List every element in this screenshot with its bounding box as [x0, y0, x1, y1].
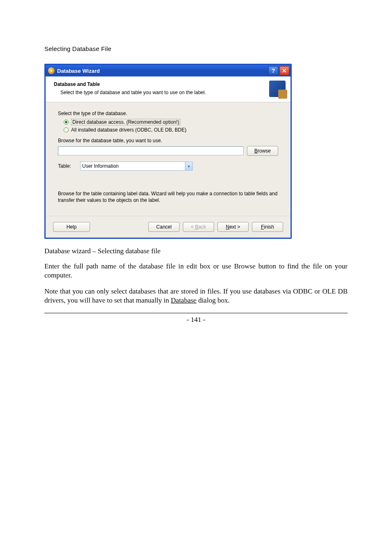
body-paragraph-2: Note that you can only select databases … [44, 287, 348, 305]
para2-post: dialog box. [196, 296, 230, 304]
titlebar-help-button[interactable]: ? [268, 66, 278, 75]
window-title: Database Wizard [57, 68, 268, 74]
radio-icon [64, 127, 69, 132]
page-footer: - 141 - [44, 313, 348, 324]
radio-icon [64, 120, 69, 125]
help-button-label: Help [67, 224, 77, 230]
radio-direct-access-label: Direct database access. (Recommended opt… [71, 119, 180, 125]
next-button[interactable]: Next > [217, 222, 249, 232]
radio-direct-access[interactable]: Direct database access. (Recommended opt… [64, 119, 278, 125]
browse-button[interactable]: Browse [247, 146, 278, 156]
wizard-header-subtitle: Select the type of database and table yo… [54, 90, 285, 95]
mnemonic: B [254, 148, 258, 154]
mnemonic: B [195, 224, 198, 230]
cancel-button-label: Cancel [156, 224, 171, 230]
table-dropdown-value: User Information [81, 163, 185, 169]
db-path-input[interactable] [58, 146, 244, 155]
wizard-footer: Help Cancel < Back Next > Finish [46, 216, 291, 238]
body-paragraph-1: Enter the full path name of the database… [44, 262, 348, 280]
titlebar: ✦ Database Wizard ? ✕ [46, 65, 291, 76]
back-pre: < [191, 224, 195, 230]
wizard-body: Select the type of the database. Direct … [46, 102, 291, 216]
database-wizard-window: ✦ Database Wizard ? ✕ Database and Table… [44, 64, 292, 239]
back-post: ack [198, 224, 206, 230]
mnemonic: N [226, 224, 229, 230]
wizard-header: Database and Table Select the type of da… [46, 76, 291, 102]
cancel-button[interactable]: Cancel [148, 222, 180, 232]
wizard-header-title: Database and Table [54, 81, 285, 87]
browse-button-rest: rowse [258, 148, 271, 154]
radio-all-drivers[interactable]: All installed database drivers (ODBC, OL… [64, 127, 278, 133]
page-number: - 141 - [44, 316, 348, 324]
chevron-down-icon: ▾ [185, 162, 192, 170]
section-heading: Selecting Database File [44, 45, 348, 52]
wizard-info-text: Browse for the table containing label da… [58, 190, 278, 204]
help-button[interactable]: Help [53, 222, 90, 232]
table-label: Table: [58, 163, 71, 169]
figure-caption: Database wizard – Selecting database fil… [44, 247, 348, 255]
finish-button[interactable]: Finish [252, 222, 283, 232]
table-dropdown[interactable]: User Information ▾ [80, 162, 193, 171]
close-button[interactable]: ✕ [279, 66, 289, 75]
next-post: ext > [229, 224, 240, 230]
back-button: < Back [183, 222, 214, 232]
database-link[interactable]: Database [171, 296, 196, 304]
browse-label: Browse for the database table, you want … [58, 138, 278, 143]
app-icon: ✦ [48, 67, 55, 74]
radio-all-drivers-label: All installed database drivers (ODBC, OL… [71, 127, 187, 133]
finish-post: inish [264, 224, 274, 230]
wizard-header-icon [269, 81, 286, 97]
db-type-label: Select the type of the database. [58, 111, 278, 116]
